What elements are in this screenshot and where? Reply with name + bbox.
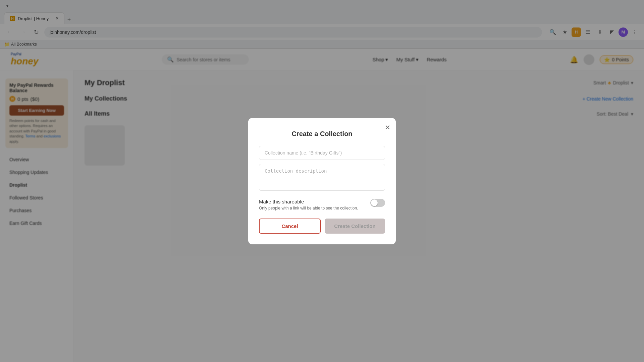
modal-close-button[interactable]: ✕ xyxy=(385,123,390,131)
shareable-desc: Only people with a link will be able to … xyxy=(259,206,365,210)
shareable-row: Make this shareable Only people with a l… xyxy=(259,199,385,210)
collection-description-input[interactable] xyxy=(259,164,385,191)
modal-overlay: ✕ Create a Collection Make this shareabl… xyxy=(0,0,644,362)
create-collection-button[interactable]: Create Collection xyxy=(325,219,385,234)
shareable-toggle[interactable] xyxy=(370,199,385,207)
modal-actions: Cancel Create Collection xyxy=(259,219,385,234)
shareable-info: Make this shareable Only people with a l… xyxy=(259,199,365,210)
modal-title: Create a Collection xyxy=(259,130,385,138)
cancel-button[interactable]: Cancel xyxy=(259,219,321,234)
shareable-label: Make this shareable xyxy=(259,199,365,204)
collection-name-input[interactable] xyxy=(259,146,385,160)
toggle-knob xyxy=(371,199,378,206)
create-collection-modal: ✕ Create a Collection Make this shareabl… xyxy=(248,118,396,244)
